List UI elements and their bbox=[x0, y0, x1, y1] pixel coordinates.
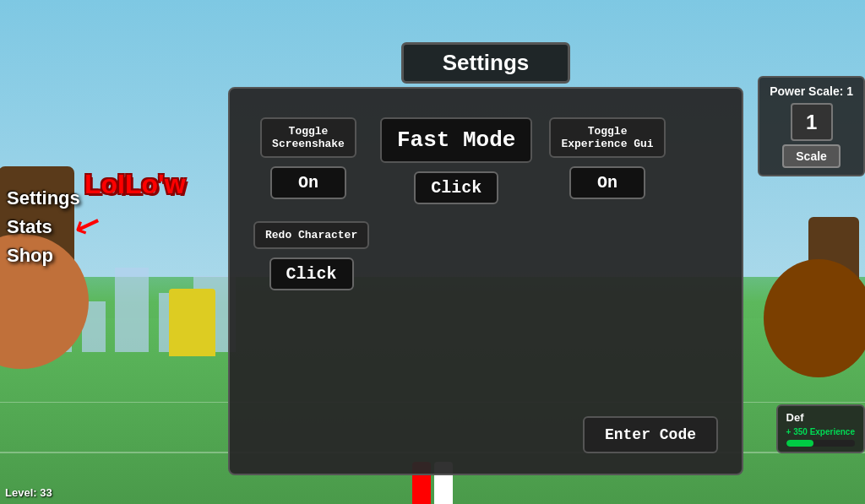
toggle-screenshake-cell: ToggleScreenshake On bbox=[253, 117, 363, 199]
exp-bar-fill bbox=[786, 440, 814, 447]
toggle-experience-gui-button[interactable]: ToggleExperience Gui bbox=[549, 117, 665, 158]
toggle-screenshake-value-button[interactable]: On bbox=[270, 166, 346, 199]
nav-item-settings[interactable]: Settings bbox=[0, 186, 87, 211]
fast-mode-cell: Fast Mode Click bbox=[380, 117, 532, 204]
fast-mode-button[interactable]: Fast Mode bbox=[380, 117, 532, 163]
scale-button[interactable]: Scale bbox=[782, 144, 841, 168]
settings-modal: Settings ToggleScreenshake On Fast Mode … bbox=[228, 42, 743, 473]
exp-text: + 350 Experience bbox=[786, 427, 855, 436]
toggle-screenshake-button[interactable]: ToggleScreenshake bbox=[260, 117, 356, 158]
power-scale-panel: Power Scale: 1 1 Scale bbox=[758, 76, 865, 176]
enter-code-row: Enter Code bbox=[253, 399, 718, 453]
level-indicator: Level: 33 bbox=[5, 486, 52, 499]
settings-title: Settings bbox=[443, 50, 530, 75]
background-structure bbox=[169, 289, 215, 356]
settings-bottom-row: Redo Character Click bbox=[253, 221, 718, 290]
tree-right bbox=[793, 217, 865, 377]
enter-code-button[interactable]: Enter Code bbox=[583, 416, 718, 453]
toggle-experience-gui-cell: ToggleExperience Gui On bbox=[549, 117, 665, 199]
redo-character-value-button[interactable]: Click bbox=[269, 257, 354, 290]
redo-character-button[interactable]: Redo Character bbox=[253, 221, 369, 249]
toggle-experience-gui-value-button[interactable]: On bbox=[569, 166, 645, 199]
modal-spacer bbox=[253, 290, 718, 399]
redo-character-cell: Redo Character Click bbox=[253, 221, 369, 290]
bottom-right-panel: Def + 350 Experience bbox=[776, 404, 865, 453]
power-scale-title: Power Scale: 1 bbox=[770, 84, 853, 98]
exp-bar-container bbox=[786, 440, 855, 447]
settings-top-row: ToggleScreenshake On Fast Mode Click Tog… bbox=[253, 117, 718, 204]
modal-body: ToggleScreenshake On Fast Mode Click Tog… bbox=[228, 87, 743, 475]
bottom-right-title: Def bbox=[786, 411, 855, 424]
settings-title-box: Settings bbox=[401, 42, 570, 84]
nav-item-shop[interactable]: Shop bbox=[0, 243, 87, 268]
fast-mode-value-button[interactable]: Click bbox=[414, 171, 498, 204]
power-scale-value: 1 bbox=[791, 103, 833, 141]
